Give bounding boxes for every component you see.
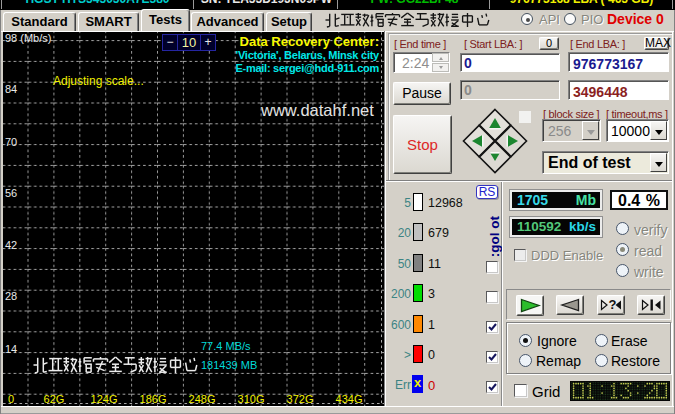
svg-text:?: ? bbox=[609, 297, 617, 312]
